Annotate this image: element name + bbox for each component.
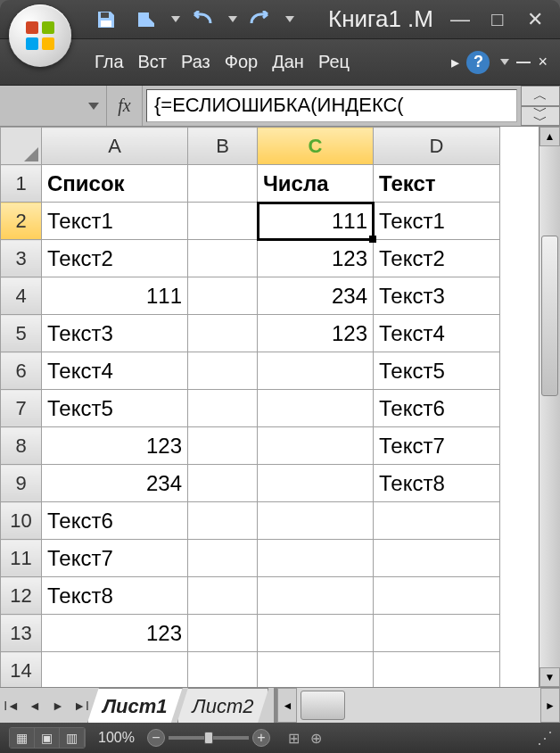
cell-C2[interactable]: 111 <box>258 203 374 240</box>
help-dropdown[interactable] <box>500 59 509 65</box>
status-icon-1[interactable]: ⊞ <box>288 730 300 747</box>
maximize-button[interactable]: □ <box>489 11 506 29</box>
row-header-3[interactable]: 3 <box>1 240 42 277</box>
cell-B7[interactable] <box>188 390 258 427</box>
sheet-last-button[interactable]: ►I <box>70 699 93 713</box>
select-all-corner[interactable] <box>1 128 42 165</box>
cell-B5[interactable] <box>188 315 258 352</box>
row-header-10[interactable]: 10 <box>1 502 42 540</box>
sheet-next-button[interactable]: ► <box>46 699 70 713</box>
qat-dropdown[interactable] <box>171 16 180 22</box>
row-header-4[interactable]: 4 <box>1 277 42 315</box>
formula-input[interactable]: {=ЕСЛИОШИБКА(ИНДЕКС( <box>146 89 517 122</box>
cell-D14[interactable] <box>374 652 500 688</box>
cell-A7[interactable]: Текст5 <box>42 390 188 427</box>
formula-expand-down[interactable]: ﹀﹀ <box>521 106 560 127</box>
ribbon-tab-0[interactable]: Гла <box>89 48 129 76</box>
cell-B12[interactable] <box>188 577 258 615</box>
cell-D5[interactable]: Текст4 <box>374 315 500 352</box>
zoom-out-button[interactable]: − <box>147 729 165 747</box>
col-header-B[interactable]: B <box>188 128 258 165</box>
ribbon-overflow-icon[interactable]: ▸ <box>451 53 459 72</box>
cell-A13[interactable]: 123 <box>42 615 188 652</box>
qat-tool-button[interactable] <box>128 4 162 36</box>
close-button[interactable]: ✕ <box>526 11 544 29</box>
zoom-track[interactable] <box>169 736 249 740</box>
cell-D13[interactable] <box>374 615 500 652</box>
cell-D2[interactable]: Текст1 <box>374 203 500 240</box>
ribbon-tab-3[interactable]: Фор <box>219 48 263 76</box>
cell-C9[interactable] <box>258 465 374 502</box>
cell-B11[interactable] <box>188 540 258 577</box>
cell-C14[interactable] <box>258 652 374 688</box>
view-break-button[interactable]: ▥ <box>60 728 85 748</box>
ribbon-tab-4[interactable]: Дан <box>267 48 309 76</box>
ribbon-close-button[interactable]: × <box>538 53 548 71</box>
scroll-thumb[interactable] <box>541 236 558 396</box>
row-header-14[interactable]: 14 <box>1 652 42 688</box>
cell-C3[interactable]: 123 <box>258 240 374 277</box>
view-normal-button[interactable]: ▦ <box>10 728 35 748</box>
hscroll-track[interactable] <box>297 688 540 723</box>
cell-D12[interactable] <box>374 577 500 615</box>
cell-B2[interactable] <box>188 203 258 240</box>
row-header-6[interactable]: 6 <box>1 352 42 390</box>
cell-C8[interactable] <box>258 427 374 465</box>
cell-A4[interactable]: 111 <box>42 277 188 315</box>
qat-customize[interactable] <box>285 16 294 22</box>
cell-B1[interactable] <box>188 165 258 203</box>
cell-C10[interactable] <box>258 502 374 540</box>
spreadsheet-grid[interactable]: ABCD1СписокЧислаТекст2Текст1111Текст13Те… <box>0 127 500 687</box>
cell-C7[interactable] <box>258 390 374 427</box>
sheet-prev-button[interactable]: ◄ <box>23 699 46 713</box>
cell-D3[interactable]: Текст2 <box>374 240 500 277</box>
zoom-in-button[interactable]: + <box>252 729 270 747</box>
cell-B8[interactable] <box>188 427 258 465</box>
scroll-up-button[interactable]: ▲ <box>539 127 560 146</box>
cell-D1[interactable]: Текст <box>374 165 500 203</box>
zoom-thumb[interactable] <box>204 732 213 744</box>
cell-C5[interactable]: 123 <box>258 315 374 352</box>
hscroll-thumb[interactable] <box>301 691 345 720</box>
cell-C11[interactable] <box>258 540 374 577</box>
cell-D10[interactable] <box>374 502 500 540</box>
vertical-scrollbar[interactable]: ▲ ▼ <box>539 127 560 687</box>
row-header-13[interactable]: 13 <box>1 615 42 652</box>
cell-B10[interactable] <box>188 502 258 540</box>
ribbon-tab-2[interactable]: Раз <box>176 48 216 76</box>
help-button[interactable]: ? <box>466 51 490 74</box>
cell-C1[interactable]: Числа <box>258 165 374 203</box>
redo-button[interactable] <box>243 4 276 36</box>
zoom-label[interactable]: 100% <box>98 730 135 746</box>
col-header-A[interactable]: A <box>42 128 188 165</box>
cell-A8[interactable]: 123 <box>42 427 188 465</box>
sheet-tab-1[interactable]: Лист2 <box>177 688 269 723</box>
cell-D9[interactable]: Текст8 <box>374 465 500 502</box>
scroll-down-button[interactable]: ▼ <box>539 667 560 687</box>
minimize-button[interactable]: — <box>451 11 469 29</box>
row-header-9[interactable]: 9 <box>1 465 42 502</box>
row-header-1[interactable]: 1 <box>1 165 42 203</box>
resize-grip-icon[interactable]: ⋰ <box>537 728 551 748</box>
cell-A14[interactable] <box>42 652 188 688</box>
cell-A3[interactable]: Текст2 <box>42 240 188 277</box>
cell-A5[interactable]: Текст3 <box>42 315 188 352</box>
cell-B4[interactable] <box>188 277 258 315</box>
cell-D11[interactable] <box>374 540 500 577</box>
row-header-7[interactable]: 7 <box>1 390 42 427</box>
cell-B14[interactable] <box>188 652 258 688</box>
cell-A1[interactable]: Список <box>42 165 188 203</box>
cell-A10[interactable]: Текст6 <box>42 502 188 540</box>
fx-button[interactable]: fx <box>107 86 143 126</box>
cell-B3[interactable] <box>188 240 258 277</box>
row-header-11[interactable]: 11 <box>1 540 42 577</box>
cell-D4[interactable]: Текст3 <box>374 277 500 315</box>
cell-D6[interactable]: Текст5 <box>374 352 500 390</box>
save-button[interactable] <box>89 4 123 36</box>
scroll-track[interactable] <box>539 146 560 667</box>
row-header-5[interactable]: 5 <box>1 315 42 352</box>
cell-B6[interactable] <box>188 352 258 390</box>
hscroll-right-button[interactable]: ► <box>540 688 560 723</box>
cell-A12[interactable]: Текст8 <box>42 577 188 615</box>
status-icon-2[interactable]: ⊕ <box>310 730 322 747</box>
